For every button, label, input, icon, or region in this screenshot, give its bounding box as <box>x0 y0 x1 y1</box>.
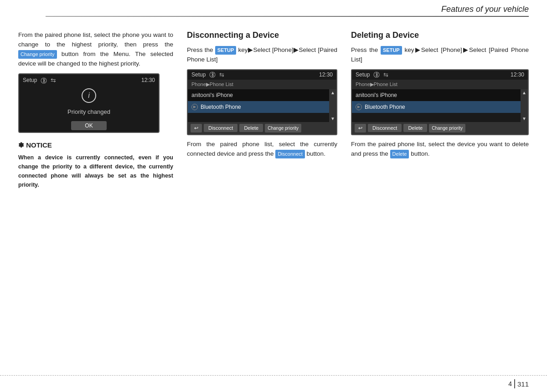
disconnecting-title: Disconnecting a Device <box>187 31 337 40</box>
notice-title: ✽ NOTICE <box>18 140 173 150</box>
setup-label-left: Setup <box>23 76 37 85</box>
page-separator <box>514 379 515 388</box>
delete-inline-badge: Delete <box>390 150 409 158</box>
disconnect-phone-screen: Setup ⇆ 12:30 Phone▶Phone List anitooni'… <box>187 69 337 135</box>
time-left: 12:30 <box>141 76 155 85</box>
deleting-desc: Press the SETUP key▶Select [Phone]▶Selec… <box>351 46 529 65</box>
setup-label-delete: Setup <box>356 71 370 78</box>
delete-footer: ↩ Disconnect Delete Change priority <box>352 122 528 134</box>
play-icon-delete: ▶ <box>356 104 362 110</box>
delete-breadcrumb: Phone▶Phone List <box>352 80 528 89</box>
ok-button[interactable]: OK <box>71 121 106 130</box>
page-header: Features of your vehicle <box>0 0 547 16</box>
delete-item2: ▶ Bluetooth Phone <box>352 101 521 113</box>
back-button-disconnect[interactable]: ↩ <box>191 124 202 132</box>
main-content: From the paired phone list, select the p… <box>0 21 547 189</box>
deleting-title: Deleting a Device <box>351 31 529 40</box>
arrow-icon-disconnect: ⇆ <box>219 71 224 78</box>
priority-text: Priority changed <box>67 107 110 117</box>
notice-body: When a device is currently connected, ev… <box>18 153 173 189</box>
disconnect-footer: ↩ Disconnect Delete Change priority <box>188 122 336 134</box>
chapter-number: 4 <box>508 380 512 387</box>
change-priority-button-delete[interactable]: Change priority <box>429 124 465 132</box>
disconnecting-desc3: From the paired phone list, select the c… <box>187 140 337 159</box>
header-divider <box>46 16 529 17</box>
page-footer: 4 311 <box>0 375 547 392</box>
setup-badge-disconnect: SETUP <box>215 46 237 55</box>
bluetooth-icon <box>41 77 47 84</box>
play-icon-disconnect: ▶ <box>191 104 198 110</box>
priority-screen: Setup ⇆ 12:30 i Priority changed OK <box>18 73 160 133</box>
scroll-up-icon: ▲ <box>330 90 335 95</box>
delete-screen-header: Setup ⇆ 12:30 <box>352 70 528 80</box>
deleting-desc3: From the paired phone list, select the d… <box>351 140 529 159</box>
priority-screen-header: Setup ⇆ 12:30 <box>19 74 159 87</box>
left-intro: From the paired phone list, select the p… <box>18 31 173 69</box>
disconnect-breadcrumb: Phone▶Phone List <box>188 80 336 89</box>
deleting-column: Deleting a Device Press the SETUP key▶Se… <box>351 31 529 189</box>
delete-button[interactable]: Delete <box>403 124 427 132</box>
disconnect-button[interactable]: Disconnect <box>204 124 237 132</box>
disconnect-inline-badge: Disconnect <box>275 150 304 158</box>
scroll-up-icon-delete: ▲ <box>522 90 526 95</box>
scrollbar-delete: ▲ ▼ <box>521 89 528 122</box>
setup-label-disconnect: Setup <box>191 71 206 78</box>
page-title: Features of your vehicle <box>441 5 529 14</box>
setup-badge-delete: SETUP <box>381 46 402 55</box>
arrow-icon-delete: ⇆ <box>383 71 388 78</box>
delete-item1: anitooni's iPhone <box>352 89 521 101</box>
disconnect-item2: ▶ Bluetooth Phone <box>188 101 329 113</box>
scroll-down-icon: ▼ <box>330 116 335 121</box>
delete-button-disconnect[interactable]: Delete <box>239 124 263 132</box>
disconnect-button-delete[interactable]: Disconnect <box>368 124 402 132</box>
back-button-delete[interactable]: ↩ <box>355 124 366 132</box>
change-priority-button-disconnect[interactable]: Change priority <box>265 124 301 132</box>
arrow-icon: ⇆ <box>51 76 56 86</box>
disconnect-screen-header: Setup ⇆ 12:30 <box>188 70 336 80</box>
scroll-down-icon-delete: ▼ <box>522 116 526 121</box>
disconnect-item1: anitooni's iPhone <box>188 89 329 101</box>
notice-section: ✽ NOTICE When a device is currently conn… <box>18 140 173 189</box>
disconnecting-desc: Press the SETUP key▶Select [Phone]▶Selec… <box>187 46 337 65</box>
disconnecting-column: Disconnecting a Device Press the SETUP k… <box>187 31 337 189</box>
page-number: 311 <box>517 380 529 388</box>
delete-phone-screen: Setup ⇆ 12:30 Phone▶Phone List anitooni'… <box>351 69 529 135</box>
time-disconnect: 12:30 <box>319 71 333 78</box>
left-column: From the paired phone list, select the p… <box>18 31 173 189</box>
time-delete: 12:30 <box>511 71 524 78</box>
change-priority-badge: Change priority <box>18 50 57 59</box>
priority-info-area: i Priority changed OK <box>19 87 159 132</box>
bt-icon-disconnect <box>209 71 216 78</box>
scrollbar-disconnect: ▲ ▼ <box>329 89 336 122</box>
info-icon: i <box>82 88 96 103</box>
bt-icon-delete <box>373 71 380 78</box>
